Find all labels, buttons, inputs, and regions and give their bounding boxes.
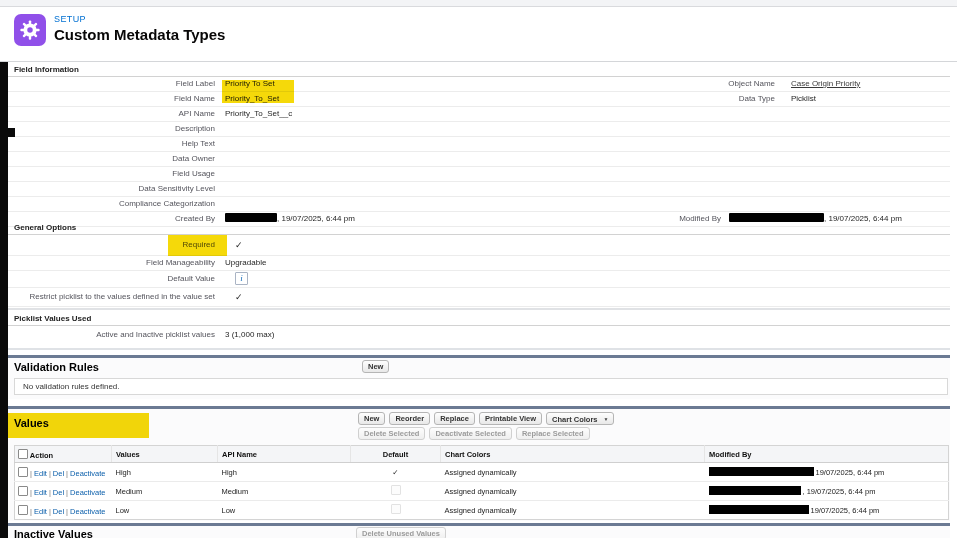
detail-row-api-name: API Name Priority_To_Set__c bbox=[8, 107, 950, 122]
detail-row-field-usage: Field Usage bbox=[8, 167, 950, 182]
modified-by-cell: 19/07/2025, 6:44 pm bbox=[705, 501, 949, 520]
redaction-bar bbox=[709, 486, 801, 495]
table-row-medium: |Edit|Del|Deactivate Medium Medium Assig… bbox=[15, 482, 949, 501]
gear-icon bbox=[19, 19, 41, 41]
picklist-count-label: Active and Inactive picklist values bbox=[8, 326, 215, 343]
modified-by-cell: , 19/07/2025, 6:44 pm bbox=[705, 482, 949, 501]
values-reorder-button[interactable]: Reorder bbox=[389, 412, 430, 425]
detail-row-data-owner: Data Owner bbox=[8, 152, 950, 167]
delete-unused-values-button: Delete Unused Values bbox=[356, 527, 446, 538]
deactivate-selected-button: Deactivate Selected bbox=[429, 427, 511, 440]
default-checkbox-unchecked bbox=[351, 501, 441, 520]
table-row-high: |Edit|Del|Deactivate High High ✓ Assigne… bbox=[15, 463, 949, 482]
del-link[interactable]: Del bbox=[53, 488, 64, 497]
api-name-cell: Low bbox=[218, 501, 351, 520]
select-all-checkbox[interactable] bbox=[18, 449, 28, 459]
default-checkmark: ✓ bbox=[351, 463, 441, 482]
values-new-button[interactable]: New bbox=[358, 412, 385, 425]
default-checkbox-unchecked bbox=[351, 482, 441, 501]
row-restrict-picklist: Restrict picklist to the values defined … bbox=[8, 288, 950, 307]
inactive-values-title: Inactive Values bbox=[14, 528, 93, 538]
field-manageability-value: Upgradable bbox=[215, 256, 266, 270]
delete-selected-button: Delete Selected bbox=[358, 427, 425, 440]
highlight-annotation-required bbox=[168, 235, 227, 256]
detail-row-field-label: Field Label Priority To Set Object Name … bbox=[8, 77, 950, 92]
row-checkbox[interactable] bbox=[18, 505, 28, 515]
row-picklist-count: Active and Inactive picklist values 3 (1… bbox=[8, 326, 950, 343]
general-options-section: General Options Required ✓ Field Managea… bbox=[8, 218, 950, 307]
highlight-annotation-values bbox=[8, 413, 149, 438]
picklist-values-used-section: Picklist Values Used Active and Inactive… bbox=[8, 308, 950, 343]
data-sensitivity-label: Data Sensitivity Level bbox=[8, 182, 215, 196]
help-text-label: Help Text bbox=[8, 137, 215, 151]
field-label-label: Field Label bbox=[8, 77, 215, 91]
setup-eyebrow: SETUP bbox=[54, 14, 86, 24]
api-name-cell: High bbox=[218, 463, 351, 482]
value-cell: Low bbox=[112, 501, 218, 520]
values-printable-view-button[interactable]: Printable View bbox=[479, 412, 542, 425]
browser-top-strip bbox=[0, 0, 957, 7]
redaction-bar bbox=[709, 467, 814, 476]
api-name-header: API Name bbox=[218, 446, 351, 463]
chart-colors-cell: Assigned dynamically bbox=[441, 482, 705, 501]
restrict-picklist-checkmark: ✓ bbox=[215, 288, 243, 306]
value-cell: Medium bbox=[112, 482, 218, 501]
values-section: Values New Reorder Replace Printable Vie… bbox=[8, 409, 950, 521]
edit-link[interactable]: Edit bbox=[34, 507, 47, 516]
inactive-values-section: Inactive Values Delete Unused Values bbox=[8, 526, 950, 538]
page-title: Custom Metadata Types bbox=[54, 26, 225, 43]
values-replace-button[interactable]: Replace bbox=[434, 412, 475, 425]
picklist-count-value: 3 (1,000 max) bbox=[215, 326, 274, 343]
chart-colors-dropdown-button[interactable]: Chart Colors▼ bbox=[546, 412, 614, 425]
row-checkbox[interactable] bbox=[18, 467, 28, 477]
row-default-value: Default Value i bbox=[8, 271, 950, 288]
field-information-section: Field Information Field Label Priority T… bbox=[8, 62, 950, 227]
deactivate-link[interactable]: Deactivate bbox=[70, 469, 105, 478]
chevron-down-icon: ▼ bbox=[604, 416, 609, 422]
object-name-link[interactable]: Case Origin Priority bbox=[791, 79, 860, 88]
row-checkbox[interactable] bbox=[18, 486, 28, 496]
highlight-annotation-field-label bbox=[222, 80, 294, 103]
action-header: Action bbox=[30, 451, 53, 460]
data-owner-label: Data Owner bbox=[8, 152, 215, 166]
general-options-title: General Options bbox=[8, 218, 950, 235]
del-link[interactable]: Del bbox=[53, 507, 64, 516]
del-link[interactable]: Del bbox=[53, 469, 64, 478]
edit-link[interactable]: Edit bbox=[34, 469, 47, 478]
deactivate-link[interactable]: Deactivate bbox=[70, 507, 105, 516]
setup-gear-tile bbox=[14, 14, 46, 46]
default-header: Default bbox=[351, 446, 441, 463]
values-table: Action Values API Name Default Chart Col… bbox=[14, 445, 949, 520]
setup-header: SETUP Custom Metadata Types bbox=[0, 7, 957, 62]
detail-row-data-sensitivity: Data Sensitivity Level bbox=[8, 182, 950, 197]
replace-selected-button: Replace Selected bbox=[516, 427, 590, 440]
section-divider bbox=[8, 348, 950, 350]
data-type-label: Data Type bbox=[615, 92, 775, 106]
data-type-value: Picklist bbox=[775, 92, 950, 106]
info-icon: i bbox=[235, 272, 248, 285]
validation-rules-section: Validation Rules New No validation rules… bbox=[8, 358, 950, 399]
values-header: Values bbox=[112, 446, 218, 463]
api-name-value: Priority_To_Set__c bbox=[215, 107, 615, 121]
deactivate-link[interactable]: Deactivate bbox=[70, 488, 105, 497]
field-usage-label: Field Usage bbox=[8, 167, 215, 181]
field-name-label: Field Name bbox=[8, 92, 215, 106]
api-name-label: API Name bbox=[8, 107, 215, 121]
row-field-manageability: Field Manageability Upgradable bbox=[8, 256, 950, 271]
chart-colors-cell: Assigned dynamically bbox=[441, 463, 705, 482]
validation-rules-new-button[interactable]: New bbox=[362, 360, 389, 373]
field-manageability-label: Field Manageability bbox=[8, 256, 215, 270]
detail-row-description: Description bbox=[8, 122, 950, 137]
api-name-cell: Medium bbox=[218, 482, 351, 501]
default-value-label: Default Value bbox=[8, 271, 215, 287]
restrict-picklist-label: Restrict picklist to the values defined … bbox=[8, 288, 215, 306]
field-information-title: Field Information bbox=[8, 62, 950, 77]
edit-link[interactable]: Edit bbox=[34, 488, 47, 497]
chart-colors-cell: Assigned dynamically bbox=[441, 501, 705, 520]
values-button-group: New Reorder Replace Printable View Chart… bbox=[358, 412, 614, 440]
detail-row-compliance: Compliance Categorization bbox=[8, 197, 950, 212]
chart-colors-header: Chart Colors bbox=[441, 446, 705, 463]
value-cell: High bbox=[112, 463, 218, 482]
compliance-label: Compliance Categorization bbox=[8, 197, 215, 211]
modified-by-header: Modified By bbox=[705, 446, 949, 463]
